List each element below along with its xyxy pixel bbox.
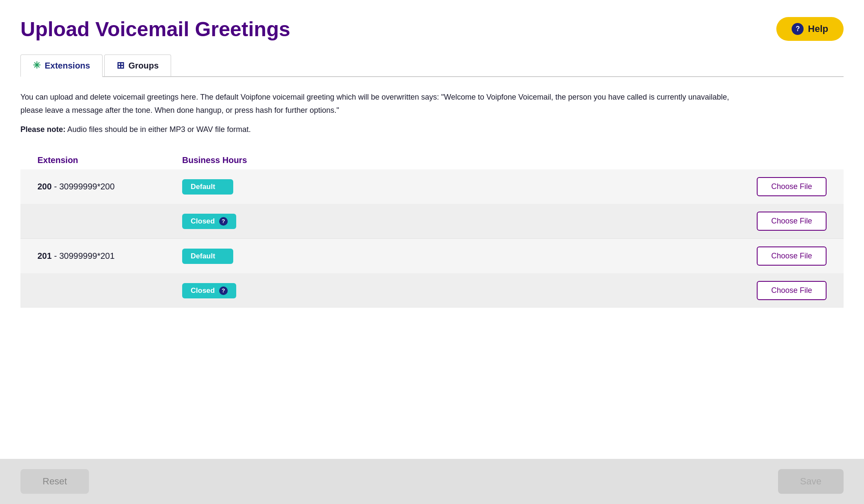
tab-groups[interactable]: ⊞ Groups — [104, 54, 171, 76]
help-button[interactable]: ? Help — [776, 17, 844, 41]
asterisk-icon: ✳ — [33, 60, 40, 71]
note-body: Audio files should be in either MP3 or W… — [66, 125, 251, 134]
info-icon-201: ? — [219, 286, 228, 295]
page-title: Upload Voicemail Greetings — [20, 17, 290, 41]
badge-closed-201: Closed ? — [182, 283, 236, 298]
choose-file-201-default[interactable]: Choose File — [757, 246, 827, 266]
table-row: Closed ? Choose File — [20, 204, 844, 238]
question-icon: ? — [792, 23, 804, 35]
col-header-extension: Extension — [37, 155, 182, 165]
choose-file-200-closed[interactable]: Choose File — [757, 212, 827, 231]
choose-file-201-closed[interactable]: Choose File — [757, 281, 827, 300]
table-row: 200 - 30999999*200 Default Choose File — [20, 169, 844, 204]
tab-groups-label: Groups — [129, 61, 159, 71]
note-text: Please note: Audio files should be in ei… — [20, 125, 844, 134]
extension-group-200: 200 - 30999999*200 Default Choose File C… — [20, 169, 844, 239]
tab-extensions[interactable]: ✳ Extensions — [20, 54, 103, 77]
footer-bar: Reset Save — [0, 459, 864, 504]
tab-bar: ✳ Extensions ⊞ Groups — [20, 54, 844, 77]
page-header: Upload Voicemail Greetings ? Help — [20, 17, 844, 41]
table-row: Closed ? Choose File — [20, 273, 844, 308]
info-icon-200: ? — [219, 217, 228, 226]
help-label: Help — [808, 23, 828, 34]
extensions-table: 200 - 30999999*200 Default Choose File C… — [20, 169, 844, 308]
reset-button[interactable]: Reset — [20, 469, 89, 494]
extension-group-201: 201 - 30999999*201 Default Choose File C… — [20, 239, 844, 308]
save-button[interactable]: Save — [778, 469, 844, 494]
table-header: Extension Business Hours — [20, 151, 844, 169]
extension-number-201: 201 - 30999999*201 — [37, 251, 182, 261]
badge-closed-200: Closed ? — [182, 214, 236, 229]
col-header-hours: Business Hours — [182, 155, 310, 165]
table-row: 201 - 30999999*201 Default Choose File — [20, 239, 844, 273]
badge-default-201: Default — [182, 249, 233, 264]
tab-extensions-label: Extensions — [45, 61, 90, 71]
description-text: You can upload and delete voicemail gree… — [20, 91, 744, 117]
choose-file-200-default[interactable]: Choose File — [757, 177, 827, 196]
grid-icon: ⊞ — [117, 60, 124, 71]
badge-default-200: Default — [182, 179, 233, 195]
note-prefix: Please note: — [20, 125, 66, 134]
extension-number-200: 200 - 30999999*200 — [37, 182, 182, 192]
